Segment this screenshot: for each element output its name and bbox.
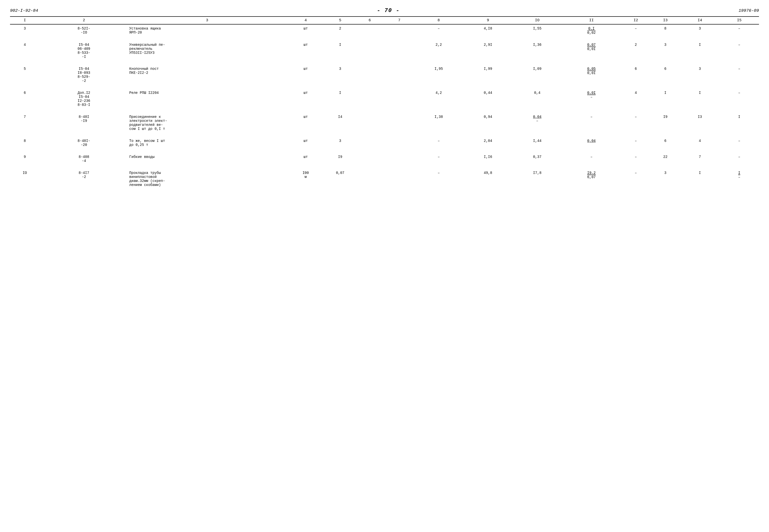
- col-header-12: I2: [621, 17, 651, 24]
- column-headers: I 2 3 4 5 6 7 8 9 IO II I2 I3 I4 I5: [10, 17, 759, 24]
- doc-number-right: 19976-09: [738, 8, 759, 13]
- col-header-5: 5: [325, 17, 355, 24]
- table-row: 38-52I--IOУстановка ящикаЯРП-20шт2–4,I8I…: [10, 24, 759, 37]
- spacer-row: [10, 133, 759, 137]
- col-header-3: 3: [128, 17, 286, 24]
- spacer-row: [10, 149, 759, 153]
- table-row: 88-48I--20То же, весом I штдо 0,25 тшт3–…: [10, 137, 759, 149]
- col-header-2: 2: [40, 17, 128, 24]
- spacer-row: [10, 61, 759, 65]
- col-header-7: 7: [384, 17, 414, 24]
- main-table: I 2 3 4 5 6 7 8 9 IO II I2 I3 I4 I5 38-5…: [10, 16, 759, 193]
- spacer-row: [10, 37, 759, 41]
- spacer-row: [10, 109, 759, 113]
- col-header-8: 8: [414, 17, 463, 24]
- table-row: 98-408-4Гибкие вводыштI9–I,I60,37––227–: [10, 153, 759, 165]
- table-row: 78-48I-I9Присоединение кэлектросети элек…: [10, 113, 759, 133]
- col-header-15: I5: [720, 17, 759, 24]
- table-row: 6Доп.I2I5-04I2-2368-83-IРеле РПШ I2204шт…: [10, 89, 759, 109]
- col-header-6: 6: [355, 17, 384, 24]
- page-header: 902-I-92-84 - 70 - 19976-09: [10, 8, 759, 14]
- table-row: IO8-4I7-2Прокладка трубывинипластовойдиа…: [10, 169, 759, 189]
- col-header-4: 4: [286, 17, 325, 24]
- table-row: 4I5-0406-4098-533--IУниверсальный пе-рек…: [10, 41, 759, 61]
- spacer-row: [10, 85, 759, 89]
- col-header-14: I4: [680, 17, 719, 24]
- page-number: - 70 -: [377, 8, 400, 14]
- col-header-13: I3: [651, 17, 680, 24]
- table-row: 5I5-04I8-0938-529--2Кнопочный постПКЕ-2I…: [10, 65, 759, 85]
- col-header-11: II: [562, 17, 621, 24]
- col-header-10: IO: [512, 17, 562, 24]
- col-header-9: 9: [463, 17, 513, 24]
- col-header-1: I: [10, 17, 40, 24]
- doc-number-left: 902-I-92-84: [10, 8, 38, 13]
- spacer-row: [10, 189, 759, 193]
- spacer-row: [10, 165, 759, 169]
